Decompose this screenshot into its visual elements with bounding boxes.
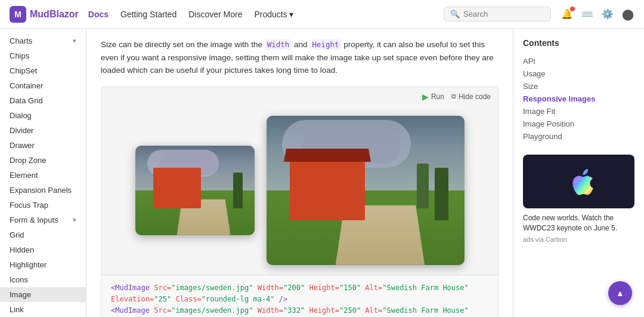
ad-block: Code new worlds. Watch the WWDC23 keynot…: [523, 155, 634, 243]
content-area: Size can be directly set on the image wi…: [86, 29, 513, 317]
sidebar-item-data-grid[interactable]: Data Grid: [0, 93, 86, 108]
sidebar-item-charts[interactable]: Charts ▾: [0, 33, 86, 48]
nav-icons: 🔔 ⌨️ ⚙️ ⬤: [561, 8, 634, 21]
tree: [233, 173, 243, 208]
run-button-1[interactable]: ▶ Run: [422, 92, 444, 101]
house: [153, 168, 201, 208]
contents-item-image-position[interactable]: Image Position: [523, 118, 634, 130]
sidebar: Charts ▾ Chips ChipSet Container Data Gr…: [0, 29, 86, 317]
sidebar-item-drawer[interactable]: Drawer: [0, 138, 86, 153]
search-box[interactable]: 🔍: [444, 7, 551, 21]
farm-image-large: [267, 116, 465, 265]
logo[interactable]: M MudBlazor: [10, 6, 79, 23]
demo-box-1: ▶ Run ⧉ Hide code: [101, 87, 499, 317]
code-line-2: <MudImage Src="images/sweden.jpg" Width=…: [111, 305, 488, 317]
search-icon: 🔍: [450, 10, 460, 19]
sidebar-item-chips[interactable]: Chips: [0, 48, 86, 63]
chevron-right-icon: ▾: [73, 37, 76, 45]
nav-link-getting-started[interactable]: Getting Started: [120, 10, 177, 19]
roof-large: [284, 149, 371, 162]
contents-item-playground[interactable]: Playground: [523, 130, 634, 143]
width-code: Width: [265, 39, 292, 50]
scroll-to-top-button[interactable]: ▲: [608, 281, 632, 305]
code-block-1: <MudImage Src="images/sweden.jpg" Width=…: [101, 275, 498, 317]
sidebar-item-divider[interactable]: Divider: [0, 123, 86, 138]
nav-link-discover-more[interactable]: Discover More: [188, 10, 242, 19]
sidebar-item-drop-zone[interactable]: Drop Zone: [0, 153, 86, 168]
notification-icon[interactable]: 🔔: [561, 8, 574, 21]
right-sidebar: Contents API Usage Size Responsive Image…: [513, 29, 644, 317]
sidebar-item-form-inputs[interactable]: Form & Inputs ▾: [0, 213, 86, 227]
sidebar-item-hidden[interactable]: Hidden: [0, 242, 86, 257]
sidebar-item-expansion-panels[interactable]: Expansion Panels: [0, 183, 86, 198]
contents-item-responsive[interactable]: Responsive Images: [523, 93, 634, 105]
contents-item-size[interactable]: Size: [523, 80, 634, 93]
chevron-right-icon-2: ▾: [73, 216, 76, 224]
ad-text: Code new worlds. Watch the WWDC23 keynot…: [523, 213, 634, 233]
house-large: [290, 158, 365, 220]
farm-image-small: [135, 146, 255, 235]
settings-icon[interactable]: ⌨️: [581, 8, 594, 21]
contents-item-api[interactable]: API: [523, 55, 634, 67]
demo-content-1: [101, 106, 498, 275]
sidebar-item-icons[interactable]: Icons: [0, 272, 86, 287]
hide-code-icon-1: ⧉: [451, 93, 456, 100]
ad-image[interactable]: [523, 155, 634, 208]
size-intro: Size can be directly set on the image wi…: [101, 38, 499, 77]
sidebar-item-container[interactable]: Container: [0, 78, 86, 93]
nav-link-products[interactable]: Products ▾: [254, 10, 293, 19]
main-layout: Charts ▾ Chips ChipSet Container Data Gr…: [0, 29, 644, 317]
chevron-down-icon: ▾: [289, 10, 293, 19]
run-icon-1: ▶: [422, 92, 429, 101]
apple-icon-svg: [564, 164, 594, 199]
search-input[interactable]: [463, 10, 544, 19]
hide-code-button-1[interactable]: ⧉ Hide code: [451, 93, 491, 101]
ad-meta: ads via Carbon: [523, 236, 634, 243]
height-code: Height: [309, 39, 341, 50]
logo-icon: M: [10, 6, 26, 23]
sidebar-item-grid[interactable]: Grid: [0, 227, 86, 242]
sidebar-item-focus-trap[interactable]: Focus Trap: [0, 198, 86, 213]
logo-text: MudBlazor: [30, 9, 79, 20]
arrow-up-icon: ▲: [616, 289, 624, 297]
sidebar-item-element[interactable]: Element: [0, 168, 86, 183]
nav-links: Docs Getting Started Discover More Produ…: [88, 10, 293, 19]
person-icon[interactable]: ⚙️: [601, 8, 614, 21]
sidebar-item-image[interactable]: Image: [0, 287, 86, 302]
contents-item-image-fit[interactable]: Image Fit: [523, 105, 634, 118]
tree-large-2: [417, 164, 429, 208]
sidebar-item-link[interactable]: Link: [0, 302, 86, 317]
code-line-1: <MudImage Src="images/sweden.jpg" Width=…: [111, 282, 488, 305]
nav-link-docs[interactable]: Docs: [88, 10, 109, 19]
demo-toolbar-1: ▶ Run ⧉ Hide code: [101, 87, 498, 106]
github-icon[interactable]: ⬤: [621, 8, 634, 21]
sidebar-item-chipset[interactable]: ChipSet: [0, 63, 86, 78]
sidebar-item-dialog[interactable]: Dialog: [0, 108, 86, 123]
notification-badge: [570, 7, 575, 11]
top-nav: M MudBlazor Docs Getting Started Discove…: [0, 0, 644, 29]
contents-title: Contents: [523, 38, 634, 48]
contents-item-usage[interactable]: Usage: [523, 67, 634, 80]
tree-large: [435, 168, 448, 220]
sidebar-item-highlighter[interactable]: Highlighter: [0, 257, 86, 272]
